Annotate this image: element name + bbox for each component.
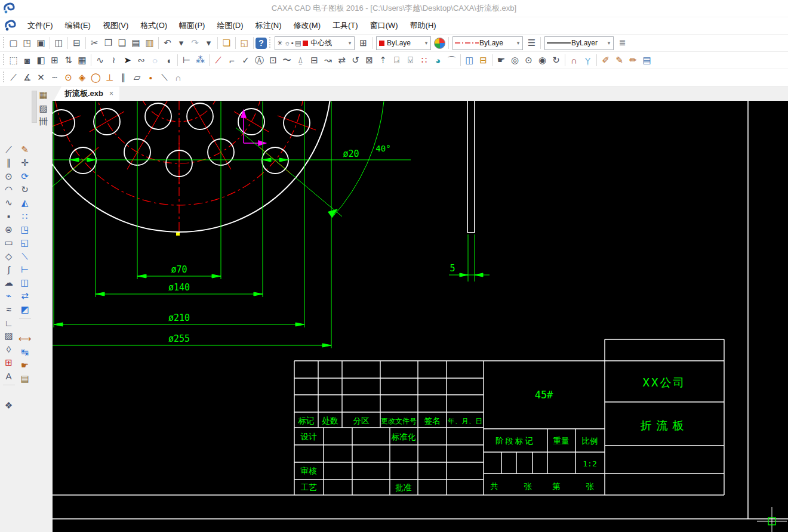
paste-special-icon[interactable]: ▥ [143, 36, 156, 50]
point-tool[interactable]: ▪ [2, 209, 16, 222]
rotate-copy-tool[interactable]: ⟳ [18, 170, 32, 183]
toolbar-options-icon[interactable]: ≡ [615, 36, 629, 50]
snap-quadrant-icon[interactable]: ◈ [75, 71, 89, 85]
extend-tool[interactable]: ⊢ [18, 263, 32, 276]
line-tool[interactable]: ⟋ [2, 143, 16, 156]
toolbar-gripper[interactable] [2, 54, 5, 66]
leader-icon[interactable]: 〜 [280, 54, 294, 67]
grid-points-icon[interactable]: ∷ [417, 54, 431, 67]
split-window-icon[interactable]: ◧ [34, 54, 48, 67]
hole-centerline-ticks[interactable] [53, 101, 316, 184]
fillet-text-icon[interactable]: ⌐ [225, 54, 239, 67]
arc-tool[interactable]: ◠ [2, 183, 16, 196]
dim-text-a40[interactable]: 40° [375, 144, 390, 153]
snap-off-icon[interactable]: ∩ [171, 71, 185, 85]
snap-point-icon[interactable]: • [144, 71, 158, 85]
menu-tools[interactable]: 工具(T) [327, 18, 364, 33]
snap-extension-icon[interactable]: ┄ [48, 71, 61, 85]
datum-icon[interactable]: ⍙ [294, 54, 307, 67]
move-text-icon[interactable]: ⇄ [335, 54, 349, 67]
polygon-tool[interactable]: ◇ [2, 249, 16, 262]
snap-parallel-icon[interactable]: ∥ [116, 71, 130, 85]
open-file-icon[interactable]: ◳ [20, 36, 34, 50]
save-icon[interactable]: ▣ [34, 36, 48, 50]
curve-dim-icon[interactable]: ↝ [321, 54, 335, 67]
undo-icon[interactable]: ↶ [161, 36, 174, 50]
scale-tool[interactable]: ◱ [18, 236, 32, 249]
drawing-canvas-area[interactable]: ø70 ø140 ø210 ø255 ø20 40° [53, 101, 788, 532]
toolbar-gripper[interactable] [2, 37, 5, 49]
snap-node-icon[interactable]: ⟍ [158, 71, 171, 85]
zoom-all-icon[interactable]: ◉ [535, 54, 549, 67]
sheet-frame-lines[interactable] [53, 101, 788, 519]
grid-lib-icon[interactable]: 卌 [36, 115, 50, 129]
dim-text-d70[interactable]: ø70 [171, 264, 187, 275]
menu-help[interactable]: 帮助(H) [404, 18, 442, 33]
dim-text-d255[interactable]: ø255 [168, 333, 190, 344]
rotate-tool[interactable]: ↻ [18, 183, 32, 196]
menu-sheet[interactable]: 幅面(P) [173, 18, 211, 33]
s-curve-tool[interactable]: ∫ [2, 263, 16, 276]
drawing-canvas[interactable]: ø70 ø140 ø210 ø255 ø20 40° [53, 101, 788, 532]
layer-settings-icon[interactable]: ⊞ [356, 36, 370, 50]
array-tool[interactable]: ∷ [18, 209, 32, 222]
node-brush-icon[interactable]: ✏ [626, 54, 640, 67]
grid-window-icon[interactable]: ⊞ [48, 54, 61, 67]
dim-chain-tool[interactable]: ↹ [18, 345, 32, 358]
quadrant-circle-icon[interactable]: ◕ [431, 54, 445, 67]
arrow-dim-icon[interactable]: ⇡ [376, 54, 390, 67]
copy-basepoint-icon[interactable]: ❑ [115, 36, 129, 50]
block-tool[interactable]: ❖ [2, 399, 16, 412]
menu-format[interactable]: 格式(O) [134, 18, 173, 33]
rectangle-tool[interactable]: ▭ [2, 236, 16, 249]
paste-icon[interactable]: ▤ [129, 36, 143, 50]
redo-dropdown[interactable]: ▾ [202, 36, 216, 50]
color-combo[interactable]: ByLaye ▾ [376, 36, 431, 50]
pan-icon[interactable]: ☛ [494, 54, 508, 67]
menu-file[interactable]: 文件(F) [21, 18, 59, 33]
zoom-in-icon[interactable]: ◎ [508, 54, 522, 67]
shift-tool[interactable]: ⇄ [18, 289, 32, 302]
mirror-tool[interactable]: ◭ [18, 196, 32, 209]
zoom-window-icon[interactable]: ⊙ [522, 54, 535, 67]
snap-midpoint-icon[interactable]: ∡ [20, 71, 34, 85]
snap-center-icon[interactable]: ⊙ [61, 71, 75, 85]
menu-modify[interactable]: 修改(M) [288, 18, 327, 33]
redo-icon[interactable]: ↷ [188, 36, 202, 50]
erase-tool[interactable]: ✎ [18, 143, 32, 156]
display-order-icon[interactable]: ⇅ [61, 54, 75, 67]
diameter-dimensions[interactable] [53, 158, 411, 347]
properties-window-icon[interactable]: ◫ [463, 54, 476, 67]
text-window-icon[interactable]: ▦ [75, 54, 89, 67]
snap-intersection-icon[interactable]: ✕ [34, 71, 48, 85]
corner-tool[interactable]: ◳ [18, 223, 32, 236]
text-brush-icon[interactable]: ✎ [612, 54, 626, 67]
linetype-combo[interactable]: ByLaye ▾ [453, 36, 523, 50]
text-annotate-icon[interactable]: Ⓐ [253, 54, 266, 67]
dim-text-d20[interactable]: ø20 [343, 149, 359, 159]
dim-text-t5[interactable]: 5 [450, 263, 455, 274]
menu-draw[interactable]: 绘图(D) [211, 18, 249, 33]
solid-tool[interactable]: ◩ [18, 303, 32, 316]
cloud-tool[interactable]: ☁ [2, 276, 16, 289]
dim-tool[interactable]: ⟷ [18, 332, 32, 345]
snap-tangent-icon[interactable]: ◯ [89, 71, 103, 85]
zoom-extents-icon[interactable]: ⬚ [7, 54, 20, 67]
dim-text-d210[interactable]: ø210 [168, 313, 190, 323]
table-tool[interactable]: ⊞ [2, 356, 16, 369]
trim-red-icon[interactable]: ⟋ [211, 54, 225, 67]
stamp-tool[interactable]: ▤ [18, 372, 32, 385]
linear-dim-icon[interactable]: ⊢ [180, 54, 193, 67]
undo-dropdown[interactable]: ▾ [174, 36, 188, 50]
arc-dim-icon[interactable]: ⌒ [445, 54, 458, 67]
lasso-select-icon[interactable]: ∾ [134, 54, 148, 67]
hole-circles[interactable] [53, 103, 310, 177]
move-tool[interactable]: ✛ [18, 156, 32, 169]
cut-icon[interactable]: ✂ [88, 36, 101, 50]
text-tool[interactable]: A [2, 369, 16, 382]
extension-lines[interactable] [54, 101, 331, 348]
titleblock-lib-icon[interactable]: ▦ [36, 88, 50, 101]
ellipse-tool[interactable]: ⊜ [2, 223, 16, 236]
stretch-tool[interactable]: ◫ [18, 276, 32, 289]
surface-finish-icon[interactable]: ⍌ [404, 54, 417, 67]
